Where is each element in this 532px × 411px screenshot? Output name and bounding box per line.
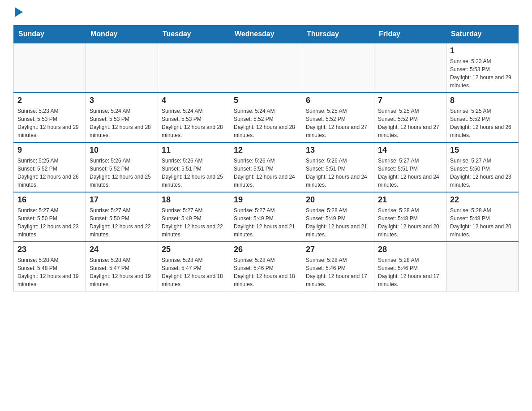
calendar-day-cell: 8Sunrise: 5:25 AMSunset: 5:52 PMDaylight… — [446, 93, 519, 142]
day-info: Sunrise: 5:28 AMSunset: 5:47 PMDaylight:… — [162, 256, 226, 288]
day-info: Sunrise: 5:28 AMSunset: 5:48 PMDaylight:… — [450, 206, 515, 239]
calendar-day-cell: 22Sunrise: 5:28 AMSunset: 5:48 PMDayligh… — [446, 192, 519, 242]
calendar-day-cell: 12Sunrise: 5:26 AMSunset: 5:51 PMDayligh… — [230, 142, 302, 192]
calendar-day-cell: 7Sunrise: 5:25 AMSunset: 5:52 PMDaylight… — [374, 93, 446, 142]
calendar-day-cell: 10Sunrise: 5:26 AMSunset: 5:52 PMDayligh… — [86, 142, 158, 192]
day-info: Sunrise: 5:28 AMSunset: 5:46 PMDaylight:… — [378, 256, 442, 288]
day-info: Sunrise: 5:28 AMSunset: 5:48 PMDaylight:… — [378, 206, 442, 239]
day-number: 23 — [17, 245, 82, 254]
calendar-day-cell: 17Sunrise: 5:27 AMSunset: 5:50 PMDayligh… — [86, 192, 158, 242]
calendar-day-cell: 13Sunrise: 5:26 AMSunset: 5:51 PMDayligh… — [302, 142, 374, 192]
calendar-day-cell: 19Sunrise: 5:27 AMSunset: 5:49 PMDayligh… — [230, 192, 302, 242]
logo — [13, 9, 23, 21]
day-info: Sunrise: 5:27 AMSunset: 5:49 PMDaylight:… — [162, 206, 226, 239]
calendar-week-row: 16Sunrise: 5:27 AMSunset: 5:50 PMDayligh… — [14, 192, 519, 242]
day-number: 14 — [378, 146, 442, 155]
day-info: Sunrise: 5:25 AMSunset: 5:52 PMDaylight:… — [450, 107, 515, 139]
day-number: 16 — [17, 195, 82, 205]
calendar-day-cell: 15Sunrise: 5:27 AMSunset: 5:50 PMDayligh… — [446, 142, 519, 192]
day-number: 3 — [90, 96, 154, 105]
day-number: 11 — [162, 146, 226, 155]
calendar-header-row: Sunday Monday Tuesday Wednesday Thursday… — [14, 26, 519, 43]
day-number: 9 — [17, 146, 82, 155]
svg-marker-0 — [15, 7, 23, 17]
day-info: Sunrise: 5:28 AMSunset: 5:48 PMDaylight:… — [17, 256, 82, 288]
calendar-day-cell — [446, 242, 519, 291]
day-info: Sunrise: 5:26 AMSunset: 5:51 PMDaylight:… — [234, 157, 298, 189]
calendar-day-cell: 18Sunrise: 5:27 AMSunset: 5:49 PMDayligh… — [158, 192, 230, 242]
calendar-week-row: 9Sunrise: 5:25 AMSunset: 5:52 PMDaylight… — [14, 142, 519, 192]
day-number: 26 — [234, 245, 298, 254]
calendar-day-cell: 4Sunrise: 5:24 AMSunset: 5:53 PMDaylight… — [158, 93, 230, 142]
calendar-day-cell: 6Sunrise: 5:25 AMSunset: 5:52 PMDaylight… — [302, 93, 374, 142]
calendar-day-cell: 20Sunrise: 5:28 AMSunset: 5:49 PMDayligh… — [302, 192, 374, 242]
day-info: Sunrise: 5:28 AMSunset: 5:46 PMDaylight:… — [234, 256, 298, 288]
calendar-day-cell: 25Sunrise: 5:28 AMSunset: 5:47 PMDayligh… — [158, 242, 230, 291]
calendar-week-row: 2Sunrise: 5:23 AMSunset: 5:53 PMDaylight… — [14, 93, 519, 142]
day-info: Sunrise: 5:27 AMSunset: 5:50 PMDaylight:… — [450, 157, 515, 189]
day-info: Sunrise: 5:26 AMSunset: 5:52 PMDaylight:… — [90, 157, 154, 189]
day-info: Sunrise: 5:26 AMSunset: 5:51 PMDaylight:… — [162, 157, 226, 189]
calendar-day-cell: 3Sunrise: 5:24 AMSunset: 5:53 PMDaylight… — [86, 93, 158, 142]
calendar-day-cell — [158, 43, 230, 93]
col-sunday: Sunday — [14, 26, 86, 43]
day-info: Sunrise: 5:24 AMSunset: 5:53 PMDaylight:… — [90, 107, 154, 139]
day-info: Sunrise: 5:28 AMSunset: 5:47 PMDaylight:… — [90, 256, 154, 288]
calendar-day-cell — [14, 43, 86, 93]
day-info: Sunrise: 5:24 AMSunset: 5:52 PMDaylight:… — [234, 107, 298, 139]
day-number: 5 — [234, 96, 298, 105]
day-info: Sunrise: 5:25 AMSunset: 5:52 PMDaylight:… — [306, 107, 370, 139]
day-info: Sunrise: 5:23 AMSunset: 5:53 PMDaylight:… — [450, 57, 515, 90]
day-number: 21 — [378, 195, 442, 205]
calendar-week-row: 1Sunrise: 5:23 AMSunset: 5:53 PMDaylight… — [14, 43, 519, 93]
day-info: Sunrise: 5:27 AMSunset: 5:50 PMDaylight:… — [90, 206, 154, 239]
calendar-day-cell: 5Sunrise: 5:24 AMSunset: 5:52 PMDaylight… — [230, 93, 302, 142]
calendar-day-cell: 24Sunrise: 5:28 AMSunset: 5:47 PMDayligh… — [86, 242, 158, 291]
calendar-day-cell: 23Sunrise: 5:28 AMSunset: 5:48 PMDayligh… — [14, 242, 86, 291]
day-info: Sunrise: 5:25 AMSunset: 5:52 PMDaylight:… — [17, 157, 82, 189]
col-friday: Friday — [374, 26, 446, 43]
day-number: 19 — [234, 195, 298, 205]
day-info: Sunrise: 5:27 AMSunset: 5:49 PMDaylight:… — [234, 206, 298, 239]
day-number: 1 — [450, 46, 515, 56]
day-number: 8 — [450, 96, 515, 105]
day-info: Sunrise: 5:24 AMSunset: 5:53 PMDaylight:… — [162, 107, 226, 139]
day-number: 12 — [234, 146, 298, 155]
logo-arrow-icon — [15, 7, 23, 19]
day-number: 18 — [162, 195, 226, 205]
calendar-day-cell: 28Sunrise: 5:28 AMSunset: 5:46 PMDayligh… — [374, 242, 446, 291]
calendar-day-cell: 16Sunrise: 5:27 AMSunset: 5:50 PMDayligh… — [14, 192, 86, 242]
day-info: Sunrise: 5:28 AMSunset: 5:49 PMDaylight:… — [306, 206, 370, 239]
calendar-day-cell: 26Sunrise: 5:28 AMSunset: 5:46 PMDayligh… — [230, 242, 302, 291]
day-number: 6 — [306, 96, 370, 105]
day-number: 15 — [450, 146, 515, 155]
calendar-day-cell — [86, 43, 158, 93]
day-number: 13 — [306, 146, 370, 155]
day-number: 27 — [306, 245, 370, 254]
day-info: Sunrise: 5:28 AMSunset: 5:46 PMDaylight:… — [306, 256, 370, 288]
page-header — [13, 9, 519, 21]
col-wednesday: Wednesday — [230, 26, 302, 43]
day-number: 10 — [90, 146, 154, 155]
calendar-day-cell: 9Sunrise: 5:25 AMSunset: 5:52 PMDaylight… — [14, 142, 86, 192]
day-info: Sunrise: 5:27 AMSunset: 5:51 PMDaylight:… — [378, 157, 442, 189]
day-number: 17 — [90, 195, 154, 205]
day-info: Sunrise: 5:23 AMSunset: 5:53 PMDaylight:… — [17, 107, 82, 139]
day-number: 4 — [162, 96, 226, 105]
day-number: 20 — [306, 195, 370, 205]
day-number: 24 — [90, 245, 154, 254]
day-info: Sunrise: 5:25 AMSunset: 5:52 PMDaylight:… — [378, 107, 442, 139]
col-tuesday: Tuesday — [158, 26, 230, 43]
day-number: 25 — [162, 245, 226, 254]
calendar-day-cell: 1Sunrise: 5:23 AMSunset: 5:53 PMDaylight… — [446, 43, 519, 93]
calendar-day-cell: 11Sunrise: 5:26 AMSunset: 5:51 PMDayligh… — [158, 142, 230, 192]
day-number: 28 — [378, 245, 442, 254]
calendar-day-cell: 14Sunrise: 5:27 AMSunset: 5:51 PMDayligh… — [374, 142, 446, 192]
day-number: 2 — [17, 96, 82, 105]
day-number: 22 — [450, 195, 515, 205]
day-number: 7 — [378, 96, 442, 105]
calendar-day-cell — [230, 43, 302, 93]
day-info: Sunrise: 5:27 AMSunset: 5:50 PMDaylight:… — [17, 206, 82, 239]
col-saturday: Saturday — [446, 26, 519, 43]
calendar-day-cell: 2Sunrise: 5:23 AMSunset: 5:53 PMDaylight… — [14, 93, 86, 142]
